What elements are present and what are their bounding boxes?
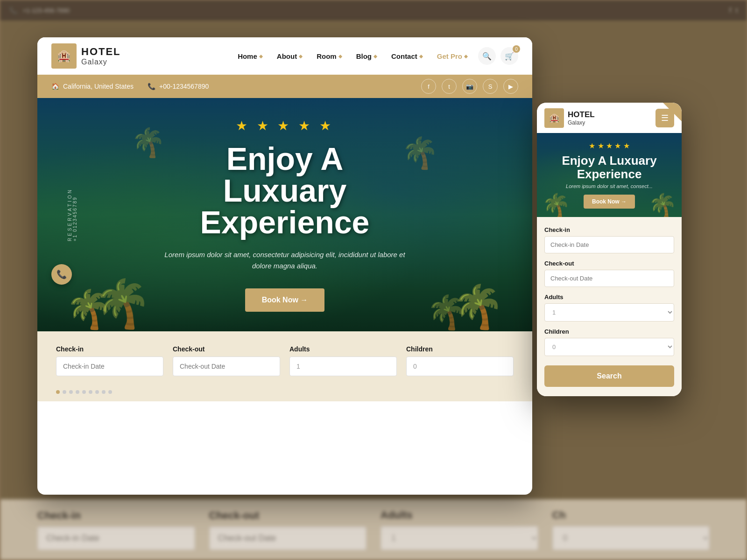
mobile-hotel-tagline: Galaxy xyxy=(568,119,595,126)
mobile-children-select[interactable]: 0 1 2 xyxy=(544,338,674,356)
mobile-adults-label: Adults xyxy=(544,294,674,301)
instagram-social[interactable]: 📷 xyxy=(462,79,477,94)
desktop-checkin-input[interactable] xyxy=(56,357,163,376)
mobile-children-group: Children 0 1 2 xyxy=(544,328,674,356)
skype-social[interactable]: S xyxy=(483,79,498,94)
browser-social-icons: f t xyxy=(729,7,738,14)
dot-active[interactable] xyxy=(56,390,60,394)
mobile-hero-content: ★ ★ ★ ★ ★ Enjoy A Luxuary Experience Lor… xyxy=(537,137,682,213)
desktop-card: 🏨 HOTEL Galaxy Home ◆ About ◆ Room ◆ Blo… xyxy=(37,37,532,495)
dot-6[interactable] xyxy=(89,390,92,394)
mobile-logo-text: HOTEL Galaxy xyxy=(568,110,595,126)
hotel-tagline: Galaxy xyxy=(81,58,121,66)
nav-getpro[interactable]: Get Pro ◆ xyxy=(431,49,473,63)
bg-adults-label: Adults xyxy=(381,509,538,521)
phone-fab[interactable]: 📞 xyxy=(51,264,72,285)
nav-blog[interactable]: Blog ◆ xyxy=(351,49,383,63)
facebook-icon-bg: f xyxy=(729,7,731,14)
mobile-subtitle: Lorem ipsum dolor sit amet, consect... xyxy=(542,183,677,189)
nav-home[interactable]: Home ◆ xyxy=(232,49,268,63)
nav-contact[interactable]: Contact ◆ xyxy=(386,49,429,63)
phone-info: 📞 +00-1234567890 xyxy=(148,83,209,90)
diamond-icon: ◆ xyxy=(259,54,263,59)
mobile-adults-group: Adults 1 2 3 xyxy=(544,294,674,322)
diamond-icon-4: ◆ xyxy=(374,54,377,59)
desktop-logo: 🏨 HOTEL Galaxy xyxy=(51,43,121,69)
desktop-adults-col: Adults 1 2 3 4 xyxy=(289,345,397,376)
browser-topbar: 📞 +1-123-456-7890 f t xyxy=(0,0,747,21)
dot-4[interactable] xyxy=(76,390,79,394)
hero-stars: ★ ★ ★ ★ ★ xyxy=(163,118,406,133)
nav-about[interactable]: About ◆ xyxy=(271,49,308,63)
mobile-adults-select[interactable]: 1 2 3 xyxy=(544,303,674,322)
mobile-checkout-input[interactable] xyxy=(544,270,674,287)
dot-5[interactable] xyxy=(82,390,86,394)
phone-rotated: +1 0123456789 xyxy=(72,188,78,241)
mobile-hotel-icon: 🏨 xyxy=(549,113,559,123)
facebook-social[interactable]: f xyxy=(421,79,436,94)
desktop-nav: 🏨 HOTEL Galaxy Home ◆ About ◆ Room ◆ Blo… xyxy=(37,37,532,75)
bg-booking-bar: Check-in Check-out Adults 1 Ch 0 xyxy=(0,499,747,560)
phone-icon-addr: 📞 xyxy=(148,83,155,90)
hero-title: Enjoy A Luxuary Experience xyxy=(163,143,406,238)
logo-text: HOTEL Galaxy xyxy=(81,46,121,66)
mobile-checkin-group: Check-in xyxy=(544,226,674,253)
mobile-title: Enjoy A Luxuary Experience xyxy=(542,154,677,181)
twitter-icon-bg: t xyxy=(736,7,738,14)
dot-9[interactable] xyxy=(108,390,112,394)
mobile-search-button[interactable]: Search xyxy=(544,365,674,387)
dot-7[interactable] xyxy=(95,390,99,394)
desktop-children-col: Children 0 1 2 3 xyxy=(406,345,514,376)
bg-adults-col: Adults 1 xyxy=(381,509,538,550)
desktop-children-select[interactable]: 0 1 2 3 xyxy=(406,357,514,376)
desktop-checkin-col: Check-in xyxy=(56,345,163,376)
desktop-checkout-input[interactable] xyxy=(173,357,280,376)
hero-book-now-button[interactable]: Book Now → xyxy=(245,288,325,312)
twitter-social[interactable]: t xyxy=(442,79,457,94)
nav-cart-button[interactable]: 🛒 0 xyxy=(500,47,518,65)
desktop-checkin-label: Check-in xyxy=(56,345,163,353)
phone-icon: 📞 xyxy=(9,7,17,14)
diamond-icon-5: ◆ xyxy=(419,54,423,59)
nav-room[interactable]: Room ◆ xyxy=(311,49,348,63)
mobile-logo-icon: 🏨 xyxy=(544,108,564,128)
palm-tree-left2: 🌴 xyxy=(93,276,152,331)
bg-adults-select: 1 xyxy=(381,526,538,550)
desktop-checkout-label: Check-out xyxy=(173,345,280,353)
mobile-checkout-label: Check-out xyxy=(544,260,674,267)
nav-icons: 🔍 🛒 0 xyxy=(478,47,518,65)
address-bar: 🏠 California, United States 📞 +00-123456… xyxy=(37,75,532,98)
dot-2[interactable] xyxy=(63,390,66,394)
nav-search-button[interactable]: 🔍 xyxy=(478,47,496,65)
bg-checkout-col: Check-out xyxy=(209,510,367,550)
cart-badge: 0 xyxy=(513,45,520,53)
mobile-checkin-input[interactable] xyxy=(544,236,674,253)
corner-ribbon xyxy=(663,103,682,121)
mobile-children-label: Children xyxy=(544,328,674,335)
reservation-text: RESERVATION +1 0123456789 xyxy=(67,188,78,241)
mobile-stars: ★ ★ ★ ★ ★ xyxy=(542,141,677,150)
desktop-children-label: Children xyxy=(406,345,514,353)
desktop-checkout-col: Check-out xyxy=(173,345,280,376)
diamond-icon-2: ◆ xyxy=(299,54,303,59)
hero-content: ★ ★ ★ ★ ★ Enjoy A Luxuary Experience Lor… xyxy=(145,118,425,312)
browser-url: +1-123-456-7890 xyxy=(23,7,70,14)
bg-children-select: 0 xyxy=(552,526,710,550)
mobile-nav: 🏨 HOTEL Galaxy ☰ xyxy=(537,103,682,133)
slider-dots xyxy=(37,390,532,401)
mobile-hero: 🌴 🌴 ★ ★ ★ ★ ★ Enjoy A Luxuary Experience… xyxy=(537,133,682,217)
youtube-social[interactable]: ▶ xyxy=(503,79,518,94)
hotel-building-icon: 🏨 xyxy=(57,49,71,63)
bg-checkin-label: Check-in xyxy=(37,510,195,522)
mobile-book-button[interactable]: Book Now → xyxy=(584,195,635,209)
bg-children-col: Ch 0 xyxy=(552,509,710,550)
mobile-checkout-group: Check-out xyxy=(544,260,674,287)
home-icon: 🏠 xyxy=(51,83,59,90)
dot-8[interactable] xyxy=(102,390,106,394)
diamond-icon-3: ◆ xyxy=(338,54,342,59)
bg-children-label: Ch xyxy=(552,509,710,521)
bg-checkout-label: Check-out xyxy=(209,510,367,522)
desktop-adults-select[interactable]: 1 2 3 4 xyxy=(289,357,397,376)
bg-checkin-col: Check-in xyxy=(37,510,195,550)
dot-3[interactable] xyxy=(69,390,73,394)
